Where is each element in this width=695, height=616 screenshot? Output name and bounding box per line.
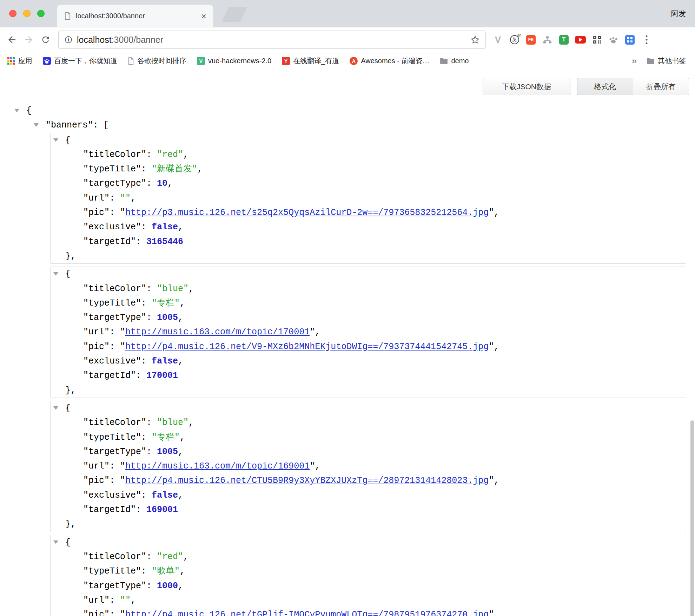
json-line: "url": "http://music.163.com/m/topic/170… bbox=[51, 325, 686, 339]
collapse-triangle-icon[interactable] bbox=[53, 406, 58, 410]
page-info-icon[interactable] bbox=[64, 35, 73, 44]
json-line: "url": "http://music.163.com/m/topic/169… bbox=[51, 459, 686, 473]
bookmark-label: Awesomes - 前端资… bbox=[361, 56, 429, 66]
dictionary-extension-icon[interactable]: 英 en bbox=[509, 34, 520, 46]
json-line: "pic": "http://p4.music.126.net/CTU5B9R9… bbox=[51, 473, 686, 488]
new-tab-button[interactable] bbox=[222, 7, 247, 22]
paw-extension-icon[interactable] bbox=[608, 34, 619, 46]
vue-v-icon: V bbox=[197, 57, 205, 65]
json-link[interactable]: http://music.163.com/m/topic/169001 bbox=[125, 461, 310, 471]
format-button[interactable]: 格式化 bbox=[577, 78, 633, 95]
youtube-extension-icon[interactable] bbox=[575, 34, 586, 46]
url-path: :3000/banner bbox=[112, 35, 163, 45]
json-line: "pic": "http://p4.music.126.net/V9-MXz6b… bbox=[51, 340, 686, 354]
qr-code-extension-icon[interactable] bbox=[591, 34, 603, 46]
navigation-toolbar: localhost:3000/banner V 英 en FE T bbox=[0, 27, 695, 52]
json-object-box: {"titleColor": "blue","typeTitle": "专栏",… bbox=[50, 401, 686, 532]
json-link[interactable]: http://p4.music.126.net/tGPljf-IMOCyPvum… bbox=[125, 610, 489, 616]
fe-extension-icon[interactable]: FE bbox=[525, 34, 537, 46]
json-line: { bbox=[0, 104, 695, 118]
vertical-scrollbar[interactable] bbox=[690, 420, 694, 616]
collapse-triangle-icon[interactable] bbox=[14, 109, 19, 112]
extension-icons-row: V 英 en FE T bbox=[492, 34, 652, 46]
url-text[interactable]: localhost:3000/banner bbox=[77, 35, 163, 45]
json-link[interactable]: http://p4.music.126.net/CTU5B9R9y3XyYBZX… bbox=[125, 476, 489, 486]
bookmarks-overflow-chevron[interactable]: » bbox=[632, 55, 637, 66]
maximize-window-button[interactable] bbox=[37, 10, 45, 17]
tab-strip: localhost:3000/banner × 阿发 bbox=[0, 0, 695, 27]
json-line: "url": "", bbox=[51, 593, 686, 608]
json-line: "pic": "http://p3.music.126.net/s25q2x5Q… bbox=[51, 205, 686, 220]
org-chart-extension-icon[interactable] bbox=[542, 34, 553, 46]
json-link[interactable]: http://music.163.com/m/topic/170001 bbox=[125, 327, 310, 337]
other-bookmarks-label: 其他书签 bbox=[658, 56, 686, 66]
other-bookmarks-folder[interactable]: 其他书签 bbox=[647, 56, 686, 66]
json-line: "typeTitle": "专栏", bbox=[51, 296, 686, 310]
json-actions: 下载JSON数据 格式化 折叠所有 bbox=[483, 78, 689, 95]
json-line: "targetId": 3165446 bbox=[51, 235, 686, 249]
address-bar[interactable]: localhost:3000/banner bbox=[58, 31, 486, 49]
folder-icon bbox=[440, 58, 448, 64]
collapse-triangle-icon[interactable] bbox=[34, 123, 39, 127]
bookmark-item-apps[interactable]: 应用 bbox=[7, 56, 32, 66]
download-json-button[interactable]: 下载JSON数据 bbox=[483, 78, 570, 95]
bookmark-item-google-sort[interactable]: 谷歌按时间排序 bbox=[128, 56, 186, 66]
tampermonkey-extension-icon[interactable]: T bbox=[558, 34, 570, 46]
back-button[interactable] bbox=[4, 31, 20, 48]
profile-name[interactable]: 阿发 bbox=[671, 9, 686, 19]
collapse-all-button[interactable]: 折叠所有 bbox=[633, 78, 689, 95]
json-line: "titleColor": "red", bbox=[51, 148, 686, 162]
url-host: localhost bbox=[77, 35, 112, 45]
json-line: "titleColor": "blue", bbox=[51, 282, 686, 296]
bookmark-label: 谷歌按时间排序 bbox=[137, 56, 186, 66]
json-line: "exclusive": false, bbox=[51, 488, 686, 503]
awesomes-a-icon: A bbox=[350, 57, 358, 65]
collapse-triangle-icon[interactable] bbox=[53, 272, 58, 276]
json-line: "pic": "http://p4.music.126.net/tGPljf-I… bbox=[51, 608, 686, 616]
json-line: "targetType": 1005, bbox=[51, 445, 686, 459]
reload-button[interactable] bbox=[37, 31, 54, 48]
collapse-triangle-icon[interactable] bbox=[53, 138, 58, 142]
bookmark-item-awesomes[interactable]: A Awesomes - 前端资… bbox=[350, 56, 429, 66]
json-line: "exclusive": false, bbox=[51, 220, 686, 234]
grid-extension-icon[interactable] bbox=[624, 34, 636, 46]
json-line: { bbox=[51, 401, 686, 415]
tab-title: localhost:3000/banner bbox=[76, 12, 201, 20]
baidu-paw-icon bbox=[43, 57, 51, 65]
bookmark-label: vue-hackernews-2.0 bbox=[208, 57, 271, 65]
json-line: { bbox=[51, 535, 686, 550]
json-line: "banners": [ bbox=[0, 118, 695, 132]
json-link[interactable]: http://p3.music.126.net/s25q2x5QyqsAzilC… bbox=[125, 208, 489, 218]
json-link[interactable]: http://p4.music.126.net/V9-MXz6b2MNhEKju… bbox=[125, 342, 489, 352]
json-line: }, bbox=[51, 383, 686, 398]
json-object-box: {"titleColor": "blue","typeTitle": "专栏",… bbox=[50, 267, 686, 398]
json-line: "titleColor": "blue", bbox=[51, 415, 686, 430]
vimium-extension-icon[interactable]: V bbox=[492, 34, 504, 46]
youdao-y-icon: Y bbox=[282, 57, 290, 65]
json-line: "exclusive": false, bbox=[51, 354, 686, 368]
page-content: 下载JSON数据 格式化 折叠所有 {"banners": [{"titleCo… bbox=[0, 70, 695, 616]
bookmark-star-icon[interactable] bbox=[470, 35, 480, 45]
browser-tab[interactable]: localhost:3000/banner × bbox=[57, 5, 213, 27]
forward-button[interactable] bbox=[20, 31, 37, 48]
apps-grid-icon bbox=[7, 57, 15, 65]
json-line: "url": "", bbox=[51, 191, 686, 205]
minimize-window-button[interactable] bbox=[23, 10, 31, 17]
bookmark-label: 百度一下，你就知道 bbox=[54, 56, 117, 66]
close-tab-icon[interactable]: × bbox=[201, 12, 206, 21]
bookmark-label: 在线翻译_有道 bbox=[293, 56, 339, 66]
collapse-triangle-icon[interactable] bbox=[53, 540, 58, 544]
bookmark-item-demo-folder[interactable]: demo bbox=[440, 57, 469, 65]
browser-menu-icon[interactable] bbox=[641, 34, 652, 46]
format-button-group: 格式化 折叠所有 bbox=[577, 78, 689, 95]
page-favicon bbox=[64, 12, 71, 20]
close-window-button[interactable] bbox=[9, 10, 16, 17]
bookmark-item-baidu[interactable]: 百度一下，你就知道 bbox=[43, 56, 117, 66]
bookmark-label: demo bbox=[451, 57, 469, 65]
folder-icon bbox=[647, 58, 655, 64]
json-line: "typeTitle": "专栏", bbox=[51, 430, 686, 445]
bookmark-item-vue-hackernews[interactable]: V vue-hackernews-2.0 bbox=[197, 57, 271, 65]
json-line: }, bbox=[51, 249, 686, 263]
json-tree: {"banners": [{"titleColor": "red","typeT… bbox=[0, 70, 695, 616]
bookmark-item-youdao-translate[interactable]: Y 在线翻译_有道 bbox=[282, 56, 339, 66]
